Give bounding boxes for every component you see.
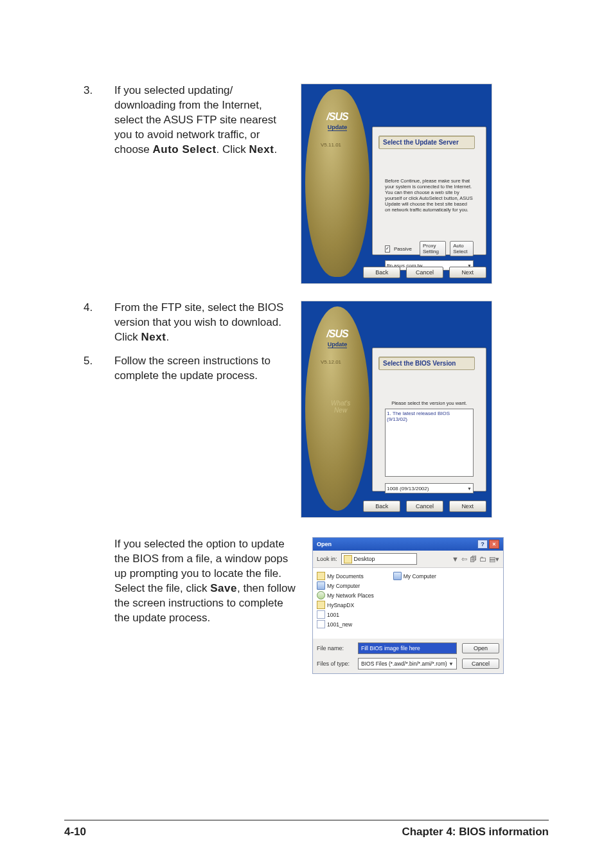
step-4-number: 4. xyxy=(84,301,102,345)
step-5-body: Follow the screen instructions to comple… xyxy=(114,354,289,384)
new-folder-icon[interactable]: 🗀 xyxy=(479,555,486,563)
desktop-icon xyxy=(344,555,352,563)
list-item[interactable]: 1001 xyxy=(317,610,374,619)
filename-input[interactable]: Fill BIOS image file here xyxy=(358,642,457,654)
list-item[interactable]: My Network Places xyxy=(317,591,374,599)
file-list[interactable]: My Documents My Computer My Network Plac… xyxy=(313,568,503,639)
steps-4-5-text: 4. From the FTP site, select the BIOS ve… xyxy=(84,301,289,393)
network-icon xyxy=(317,591,325,599)
open-file-dialog: Open ? × Look in: Desktop ▼ ⇦ 🗐 🗀 ▤▾ xyxy=(312,537,504,674)
page-number: 4-10 xyxy=(64,826,86,838)
panel-body: Please select the version you want. 1. T… xyxy=(378,376,480,500)
list-item[interactable]: My Computer xyxy=(317,581,374,590)
lookin-label: Look in: xyxy=(317,556,337,562)
cancel-button[interactable]: Cancel xyxy=(406,500,443,512)
panel-title: Select the BIOS Version xyxy=(378,357,475,370)
passive-label: Passive xyxy=(394,246,412,252)
close-button[interactable]: × xyxy=(489,540,499,549)
next-button[interactable]: Next xyxy=(449,500,486,512)
panel-body: Before Continue, please make sure that y… xyxy=(378,154,480,277)
step-4-body: From the FTP site, select the BIOS versi… xyxy=(114,301,289,345)
filetype-combo[interactable]: BIOS Files (*.awd/*.bin/*.ami/*.rom) ▼ xyxy=(358,658,457,669)
computer-icon xyxy=(317,581,325,590)
dropdown-icon[interactable]: ▼ xyxy=(452,555,459,563)
asus-logo: /SUS Update xyxy=(315,328,359,348)
folder-icon xyxy=(317,572,325,580)
list-item[interactable]: My Documents xyxy=(317,572,374,580)
screenshot-bios-version: /SUS Update V5.12.01 What's New Select t… xyxy=(301,301,491,518)
file-icon xyxy=(317,610,325,619)
cancel-button[interactable]: Cancel xyxy=(406,267,443,278)
step-3-body: If you selected updating/ downloading fr… xyxy=(114,84,289,157)
list-item[interactable]: HySnapDX xyxy=(317,601,374,609)
up-folder-icon[interactable]: 🗐 xyxy=(470,555,477,563)
screenshot-update-server: /SUS Update V5.11.01 Select the Update S… xyxy=(301,84,491,284)
view-menu-icon[interactable]: ▤▾ xyxy=(489,555,499,563)
lookin-combo[interactable]: Desktop xyxy=(341,553,417,565)
computer-icon xyxy=(393,572,402,580)
next-button[interactable]: Next xyxy=(449,267,486,278)
back-button[interactable]: Back xyxy=(363,267,400,278)
back-button[interactable]: Back xyxy=(363,500,400,512)
version-label: V5.11.01 xyxy=(321,142,341,148)
asus-logo: /SUS Update xyxy=(315,111,359,131)
cancel-button[interactable]: Cancel xyxy=(462,659,499,669)
file-icon xyxy=(317,620,325,628)
footer-rule xyxy=(64,820,549,820)
open-button[interactable]: Open xyxy=(462,643,499,653)
passive-checkbox[interactable]: ✓ xyxy=(385,245,390,252)
version-label: V5.12.01 xyxy=(321,359,341,365)
proxy-setting-button[interactable]: Proxy Setting xyxy=(420,241,446,256)
version-combo[interactable]: 1008 (09/13/2002) ▼ xyxy=(385,483,474,493)
step-5-number: 5. xyxy=(84,354,102,384)
panel-title: Select the Update Server xyxy=(378,136,475,149)
list-item[interactable]: My Computer xyxy=(393,572,436,580)
dialog-title: Open xyxy=(317,541,332,547)
from-file-paragraph: If you selected the option to update the… xyxy=(114,537,301,626)
filename-label: File name: xyxy=(317,645,353,651)
step-3-number: 3. xyxy=(84,84,102,157)
chapter-title: Chapter 4: BIOS information xyxy=(402,826,549,838)
chevron-down-icon: ▼ xyxy=(467,486,472,491)
back-icon[interactable]: ⇦ xyxy=(461,555,467,563)
bios-version-list[interactable]: 1. The latest released BIOS (9/13/02) xyxy=(385,409,474,477)
filetype-label: Files of type: xyxy=(317,660,353,667)
auto-select-button[interactable]: Auto Select xyxy=(450,241,474,256)
help-button[interactable]: ? xyxy=(477,540,488,549)
step-3-text: 3. If you selected updating/ downloading… xyxy=(84,84,289,166)
whats-new-label: What's New xyxy=(331,400,350,414)
folder-icon xyxy=(317,601,325,609)
list-item[interactable]: 1001_new xyxy=(317,620,374,628)
chevron-down-icon: ▼ xyxy=(449,661,454,667)
